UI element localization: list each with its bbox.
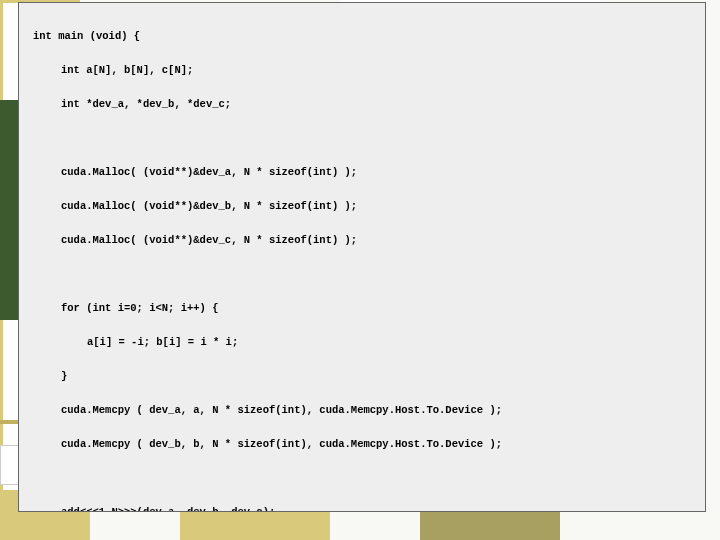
code-line: cuda.Malloc( (void**)&dev_b, N * sizeof(… [27,198,697,215]
code-line: cuda.Memcpy ( dev_b, b, N * sizeof(int),… [27,436,697,453]
code-line: int main (void) { [27,28,697,45]
code-line: int a[N], b[N], c[N]; [27,62,697,79]
code-line: cuda.Malloc( (void**)&dev_a, N * sizeof(… [27,164,697,181]
code-panel: int main (void) { int a[N], b[N], c[N]; … [18,2,706,512]
code-line: add<<<1,N>>>(dev_a, dev_b, dev_c); [27,504,697,512]
code-content: int main (void) { int a[N], b[N], c[N]; … [27,11,697,512]
code-line: a[i] = -i; b[i] = i * i; [27,334,697,351]
code-line: int *dev_a, *dev_b, *dev_c; [27,96,697,113]
code-line: cuda.Malloc( (void**)&dev_c, N * sizeof(… [27,232,697,249]
code-line: } [27,368,697,385]
code-line: cuda.Memcpy ( dev_a, a, N * sizeof(int),… [27,402,697,419]
code-line: for (int i=0; i<N; i++) { [27,300,697,317]
